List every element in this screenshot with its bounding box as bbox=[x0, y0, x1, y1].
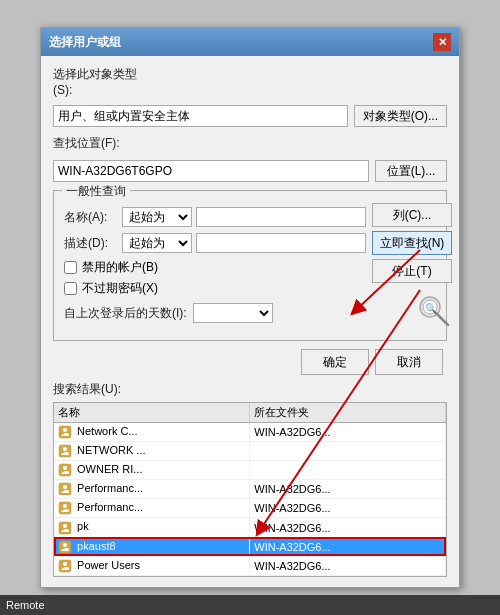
desc-row: 描述(D): 起始为 bbox=[64, 233, 366, 253]
disabled-accounts-checkbox[interactable] bbox=[64, 261, 77, 274]
table-row[interactable]: NETWORK ... bbox=[54, 442, 446, 461]
location-input-group: 位置(L)... bbox=[53, 160, 447, 182]
stop-button[interactable]: 停止(T) bbox=[372, 259, 452, 283]
last-login-label: 自上次登录后的天数(I): bbox=[64, 305, 187, 322]
search-now-button[interactable]: 立即查找(N) bbox=[372, 231, 452, 255]
no-expire-pwd-row: 不过期密码(X) bbox=[64, 280, 366, 297]
object-type-input[interactable] bbox=[53, 105, 348, 127]
svg-point-19 bbox=[63, 562, 67, 566]
table-row[interactable]: Network C... WIN-A32DG6... bbox=[54, 423, 446, 442]
user-group-icon bbox=[58, 482, 72, 496]
col-folder-header: 所在文件夹 bbox=[250, 403, 446, 423]
table-row[interactable]: Performanc... WIN-A32DG6... bbox=[54, 499, 446, 518]
general-query-groupbox: 一般性查询 名称(A): 起始为 描述(D): bbox=[53, 190, 447, 341]
desc-condition-select[interactable]: 起始为 bbox=[122, 233, 192, 253]
row-name: NETWORK ... bbox=[54, 442, 250, 461]
desc-label: 描述(D): bbox=[64, 235, 122, 252]
user-group-icon bbox=[58, 540, 72, 554]
row-name: pkaust8 bbox=[54, 537, 250, 556]
svg-point-15 bbox=[63, 524, 67, 528]
group-right-buttons: 列(C)... 立即查找(N) 停止(T) 🔍 bbox=[366, 203, 452, 332]
location-input[interactable] bbox=[53, 160, 369, 182]
object-type-button[interactable]: 对象类型(O)... bbox=[354, 105, 447, 127]
user-group-icon bbox=[58, 559, 72, 573]
row-name: Performanc... bbox=[54, 480, 250, 499]
row-folder: WIN-A32DG6... bbox=[250, 518, 446, 537]
row-name: Performanc... bbox=[54, 499, 250, 518]
object-type-row: 选择此对象类型(S): bbox=[53, 66, 447, 97]
general-query-tab[interactable]: 一般性查询 bbox=[62, 183, 130, 200]
columns-button[interactable]: 列(C)... bbox=[372, 203, 452, 227]
svg-text:🔍: 🔍 bbox=[425, 302, 438, 315]
disabled-accounts-row: 禁用的帐户(B) bbox=[64, 259, 366, 276]
disabled-accounts-label: 禁用的帐户(B) bbox=[82, 259, 158, 276]
location-button[interactable]: 位置(L)... bbox=[375, 160, 447, 182]
location-row: 查找位置(F): bbox=[53, 135, 447, 152]
group-inner: 名称(A): 起始为 描述(D): 起始为 bbox=[64, 203, 436, 332]
row-name: OWNER RI... bbox=[54, 461, 250, 480]
title-bar: 选择用户或组 ✕ bbox=[41, 28, 459, 56]
taskbar: Remote bbox=[0, 595, 500, 615]
row-folder bbox=[250, 442, 446, 461]
table-row[interactable]: pkaust8 WIN-A32DG6... bbox=[54, 537, 446, 556]
user-group-icon bbox=[58, 463, 72, 477]
svg-point-9 bbox=[63, 466, 67, 470]
desc-value-input[interactable] bbox=[196, 233, 366, 253]
row-name: pk bbox=[54, 518, 250, 537]
row-folder: WIN-A32DG6... bbox=[250, 499, 446, 518]
name-select-group: 起始为 bbox=[122, 207, 366, 227]
row-folder: WIN-A32DG6... bbox=[250, 480, 446, 499]
row-folder: WIN-A32DG6... bbox=[250, 556, 446, 575]
results-label: 搜索结果(U): bbox=[53, 381, 447, 398]
last-login-row: 自上次登录后的天数(I): bbox=[64, 303, 366, 323]
row-name: Power Users bbox=[54, 556, 250, 575]
table-row[interactable]: Remote De... WIN-A32DG6... bbox=[54, 575, 446, 577]
name-label: 名称(A): bbox=[64, 209, 122, 226]
group-left: 名称(A): 起始为 描述(D): 起始为 bbox=[64, 203, 366, 332]
no-expire-pwd-checkbox[interactable] bbox=[64, 282, 77, 295]
user-group-icon bbox=[58, 425, 72, 439]
dialog-title: 选择用户或组 bbox=[49, 34, 121, 51]
no-expire-pwd-label: 不过期密码(X) bbox=[82, 280, 158, 297]
object-type-input-row: 对象类型(O)... bbox=[53, 105, 447, 127]
row-folder bbox=[250, 461, 446, 480]
taskbar-text: Remote bbox=[6, 599, 45, 611]
action-buttons-row: 确定 取消 bbox=[53, 349, 447, 375]
object-type-input-group: 对象类型(O)... bbox=[53, 105, 447, 127]
svg-point-17 bbox=[63, 543, 67, 547]
user-group-icon bbox=[58, 521, 72, 535]
name-value-input[interactable] bbox=[196, 207, 366, 227]
search-icon: 🔍 bbox=[416, 293, 452, 332]
row-folder: WIN-A32DG6... bbox=[250, 537, 446, 556]
select-user-group-dialog: 选择用户或组 ✕ 选择此对象类型(S): 对象类型(O)... 查找位置(F):… bbox=[40, 27, 460, 588]
table-row[interactable]: pk WIN-A32DG6... bbox=[54, 518, 446, 537]
last-login-select[interactable] bbox=[193, 303, 273, 323]
user-group-icon bbox=[58, 501, 72, 515]
confirm-button[interactable]: 确定 bbox=[301, 349, 369, 375]
table-row[interactable]: Power Users WIN-A32DG6... bbox=[54, 556, 446, 575]
name-condition-select[interactable]: 起始为 bbox=[122, 207, 192, 227]
svg-point-13 bbox=[63, 504, 67, 508]
table-row[interactable]: OWNER RI... bbox=[54, 461, 446, 480]
svg-line-2 bbox=[437, 314, 448, 325]
dialog-body: 选择此对象类型(S): 对象类型(O)... 查找位置(F): 位置(L)...… bbox=[41, 56, 459, 587]
col-name-header: 名称 bbox=[54, 403, 250, 423]
row-name: Network C... bbox=[54, 423, 250, 442]
svg-point-11 bbox=[63, 485, 67, 489]
location-input-row: 位置(L)... bbox=[53, 160, 447, 182]
results-table: 名称 所在文件夹 Network C... WIN-A32DG6... bbox=[54, 403, 446, 577]
row-folder: WIN-A32DG6... bbox=[250, 575, 446, 577]
close-button[interactable]: ✕ bbox=[433, 33, 451, 51]
cancel-button[interactable]: 取消 bbox=[375, 349, 443, 375]
row-folder: WIN-A32DG6... bbox=[250, 423, 446, 442]
row-name: Remote De... bbox=[54, 575, 250, 577]
object-type-label: 选择此对象类型(S): bbox=[53, 66, 143, 97]
user-group-icon bbox=[58, 444, 72, 458]
name-row: 名称(A): 起始为 bbox=[64, 207, 366, 227]
results-section: 搜索结果(U): 名称 所在文件夹 Network C... bbox=[53, 381, 447, 577]
desc-select-group: 起始为 bbox=[122, 233, 366, 253]
table-row[interactable]: Performanc... WIN-A32DG6... bbox=[54, 480, 446, 499]
results-table-wrapper[interactable]: 名称 所在文件夹 Network C... WIN-A32DG6... bbox=[53, 402, 447, 577]
svg-point-7 bbox=[63, 447, 67, 451]
svg-point-5 bbox=[63, 428, 67, 432]
